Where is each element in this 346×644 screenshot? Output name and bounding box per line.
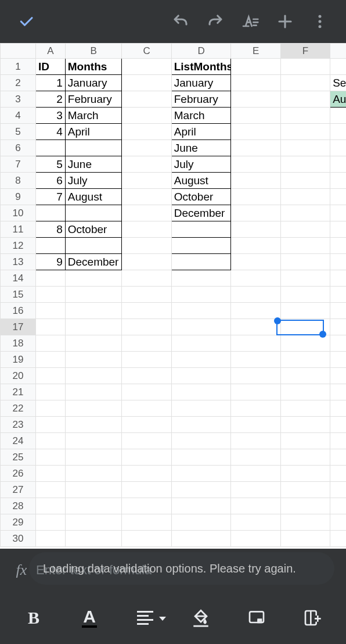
cell-F3[interactable] [280, 91, 330, 108]
cell-B13[interactable]: December [65, 254, 122, 270]
cell-F23[interactable] [280, 417, 330, 433]
cell-E25[interactable] [231, 449, 280, 466]
cell-E20[interactable] [231, 368, 280, 384]
cell-B8[interactable]: July [65, 173, 122, 189]
cell-D30[interactable] [171, 531, 231, 547]
cell-C2[interactable] [122, 75, 171, 91]
cell-C7[interactable] [122, 156, 171, 173]
row-header-2[interactable]: 2 [1, 75, 36, 91]
cell-E29[interactable] [231, 514, 280, 531]
cell-F14[interactable] [280, 270, 330, 287]
cell-E4[interactable] [231, 108, 280, 124]
comment-button[interactable] [239, 600, 274, 635]
cell-E3[interactable] [231, 91, 280, 108]
cell-G22[interactable] [330, 400, 346, 417]
cell-F7[interactable] [280, 156, 330, 173]
cell-G14[interactable] [330, 270, 346, 287]
col-header-B[interactable]: B [65, 44, 122, 59]
cell-A16[interactable] [35, 303, 65, 319]
cell-D27[interactable] [171, 482, 231, 498]
cell-A26[interactable] [35, 466, 65, 482]
cell-B29[interactable] [65, 514, 122, 531]
row-header-24[interactable]: 24 [1, 433, 36, 449]
cell-F27[interactable] [280, 482, 330, 498]
cell-D19[interactable] [171, 352, 231, 368]
cell-A23[interactable] [35, 417, 65, 433]
cell-B12[interactable] [65, 238, 122, 254]
cell-C15[interactable] [122, 287, 171, 303]
cell-G11[interactable] [330, 221, 346, 238]
cell-D25[interactable] [171, 449, 231, 466]
text-format-icon[interactable] [236, 7, 265, 36]
cell-A28[interactable] [35, 498, 65, 514]
row-header-21[interactable]: 21 [1, 384, 36, 400]
cell-G3[interactable]: Aug [330, 91, 346, 108]
cell-B11[interactable]: October [65, 221, 122, 238]
cell-B18[interactable] [65, 335, 122, 352]
cell-C5[interactable] [122, 124, 171, 140]
cell-D17[interactable] [171, 319, 231, 335]
cell-D5[interactable]: April [171, 124, 231, 140]
cell-B7[interactable]: June [65, 156, 122, 173]
cell-A25[interactable] [35, 449, 65, 466]
row-header-12[interactable]: 12 [1, 238, 36, 254]
cell-C21[interactable] [122, 384, 171, 400]
cell-B25[interactable] [65, 449, 122, 466]
cell-E28[interactable] [231, 498, 280, 514]
cell-G23[interactable] [330, 417, 346, 433]
cell-D14[interactable] [171, 270, 231, 287]
cell-B16[interactable] [65, 303, 122, 319]
cell-F5[interactable] [280, 124, 330, 140]
cell-D13[interactable] [171, 254, 231, 270]
cell-G18[interactable] [330, 335, 346, 352]
cell-D12[interactable] [171, 238, 231, 254]
cell-C22[interactable] [122, 400, 171, 417]
cell-A8[interactable]: 6 [35, 173, 65, 189]
cell-F20[interactable] [280, 368, 330, 384]
cell-G20[interactable] [330, 368, 346, 384]
cell-A10[interactable] [35, 205, 65, 221]
cell-G26[interactable] [330, 466, 346, 482]
cell-A15[interactable] [35, 287, 65, 303]
row-header-1[interactable]: 1 [1, 59, 36, 75]
col-header-C[interactable]: C [122, 44, 171, 59]
cell-F1[interactable] [280, 59, 330, 75]
cell-C11[interactable] [122, 221, 171, 238]
col-header-A[interactable]: A [35, 44, 65, 59]
cell-E10[interactable] [231, 205, 280, 221]
cell-D21[interactable] [171, 384, 231, 400]
cell-G28[interactable] [330, 498, 346, 514]
cell-D18[interactable] [171, 335, 231, 352]
cell-F17[interactable] [280, 319, 330, 335]
cell-A30[interactable] [35, 531, 65, 547]
cell-F4[interactable] [280, 108, 330, 124]
row-header-30[interactable]: 30 [1, 531, 36, 547]
cell-E15[interactable] [231, 287, 280, 303]
cell-G6[interactable] [330, 140, 346, 156]
cell-D6[interactable]: June [171, 140, 231, 156]
redo-icon[interactable] [201, 7, 230, 36]
cell-G8[interactable] [330, 173, 346, 189]
cell-D2[interactable]: January [171, 75, 231, 91]
row-header-22[interactable]: 22 [1, 400, 36, 417]
cell-E23[interactable] [231, 417, 280, 433]
cell-D20[interactable] [171, 368, 231, 384]
cell-F15[interactable] [280, 287, 330, 303]
row-header-29[interactable]: 29 [1, 514, 36, 531]
cell-F28[interactable] [280, 498, 330, 514]
cell-C24[interactable] [122, 433, 171, 449]
cell-G16[interactable] [330, 303, 346, 319]
cell-B17[interactable] [65, 319, 122, 335]
cell-D26[interactable] [171, 466, 231, 482]
cell-A24[interactable] [35, 433, 65, 449]
cell-B22[interactable] [65, 400, 122, 417]
cell-C14[interactable] [122, 270, 171, 287]
cell-E1[interactable] [231, 59, 280, 75]
cell-F6[interactable] [280, 140, 330, 156]
cell-B27[interactable] [65, 482, 122, 498]
cell-F18[interactable] [280, 335, 330, 352]
cell-G29[interactable] [330, 514, 346, 531]
row-header-20[interactable]: 20 [1, 368, 36, 384]
cell-B3[interactable]: February [65, 91, 122, 108]
cell-A27[interactable] [35, 482, 65, 498]
